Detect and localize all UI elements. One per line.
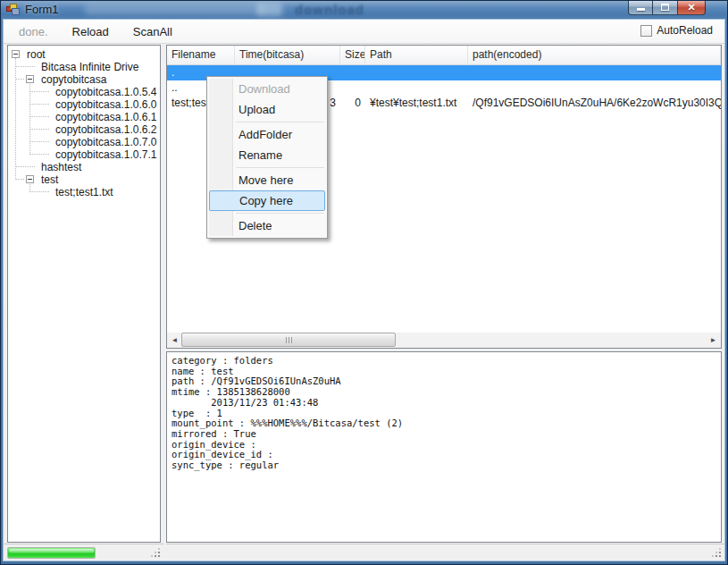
menu-item-upload[interactable]: Upload	[207, 99, 327, 120]
list-cell	[468, 80, 721, 96]
menu-item-addfolder[interactable]: AddFolder	[207, 124, 327, 145]
list-cell	[340, 80, 365, 96]
context-menu: DownloadUploadAddFolderRenameMove hereCo…	[206, 76, 328, 239]
tree-node-label[interactable]: test;test1.txt	[55, 186, 113, 198]
resize-grip[interactable]	[712, 548, 722, 558]
toolbar-item-done: done.	[19, 25, 48, 38]
details-line: category : folders	[172, 356, 716, 367]
close-button[interactable]: ✕	[678, 0, 706, 15]
tree-connector-line	[29, 91, 49, 92]
tree-collapse-icon[interactable]	[26, 75, 34, 83]
tree-connector-line	[15, 179, 24, 180]
list-cell: /Qf91vGEDSOi6IUnAsZ0uHA/6Ke2zoWcR1yu30I3…	[468, 96, 721, 111]
close-icon: ✕	[687, 1, 695, 14]
toolbar-item-reload[interactable]: Reload	[72, 25, 109, 38]
column-header-time-bitcasa[interactable]: Time(bitcasa)	[235, 46, 340, 65]
list-cell	[365, 80, 468, 96]
tree-node-copytobitcasa[interactable]: copytobitcasa	[8, 72, 160, 85]
tree-connector-line	[15, 66, 35, 67]
tree-node-test[interactable]: test	[8, 173, 160, 185]
tree-node-copytobitcasa-1-0-6-1[interactable]: copytobitcasa.1.0.6.1	[8, 110, 160, 122]
column-header-path[interactable]: Path	[365, 46, 468, 65]
menu-item-copy-here[interactable]: Copy here	[209, 190, 325, 211]
column-header-path-encoded[interactable]: path(encoded)	[468, 46, 721, 65]
tree-node-copytobitcasa-1-0-5-4[interactable]: copytobitcasa.1.0.5.4	[8, 85, 160, 97]
maximize-icon	[661, 4, 669, 11]
tree-node-label[interactable]: copytobitcasa	[41, 73, 106, 86]
statusbar-right	[166, 544, 724, 561]
tree-node-label[interactable]: root	[27, 48, 46, 61]
details-panel: category : foldersname : testpath : /Qf9…	[166, 351, 722, 543]
tree-connector-line	[15, 166, 35, 167]
app-window: Form1 download ✕ done.ReloadScanAll Auto…	[0, 0, 728, 565]
toolbar-item-scanall[interactable]: ScanAll	[133, 25, 172, 38]
autoreload-label: AutoReload	[657, 24, 713, 37]
tree-connector-line	[29, 129, 49, 130]
client-area: done.ReloadScanAll AutoReload rootBitcas…	[4, 20, 724, 561]
list-cell	[365, 65, 468, 80]
tree-node-label[interactable]: copytobitcasa.1.0.6.2	[55, 123, 156, 136]
toolbar-items: done.ReloadScanAll	[4, 20, 724, 43]
window-title: Form1	[25, 3, 59, 16]
scrollbar-thumb[interactable]	[181, 333, 396, 347]
menu-separator	[236, 167, 324, 168]
menu-item-delete[interactable]: Delete	[207, 215, 327, 236]
list-cell: ¥test¥test;test1.txt	[365, 96, 468, 111]
tree-connector-line	[29, 154, 49, 155]
toolbar: done.ReloadScanAll AutoReload	[4, 20, 724, 44]
resize-grip[interactable]	[151, 548, 161, 558]
progress-bar	[7, 547, 96, 559]
minimize-icon	[637, 8, 645, 11]
column-header-size[interactable]: Size	[340, 46, 365, 65]
tree-collapse-icon[interactable]	[26, 175, 34, 183]
autoreload-checkbox[interactable]: AutoReload	[640, 24, 713, 37]
tree-collapse-icon[interactable]	[12, 50, 20, 58]
tree-node-label[interactable]: copytobitcasa.1.0.6.1	[55, 111, 156, 123]
tree-connector-line	[29, 191, 49, 192]
scroll-right-button[interactable]: ►	[706, 333, 721, 348]
details-line: sync_type : regular	[172, 460, 716, 471]
details-line: 2013/11/23 01:43:48	[172, 398, 716, 409]
tree-node-copytobitcasa-1-0-7-0[interactable]: copytobitcasa.1.0.7.0	[8, 135, 160, 148]
tree-node-label[interactable]: hashtest	[41, 161, 81, 173]
app-icon	[6, 4, 20, 15]
tree-connector-line	[29, 116, 49, 117]
tree-connector-line	[29, 141, 49, 142]
tree-node-hashtest[interactable]: hashtest	[8, 160, 160, 173]
tree-connector-line	[29, 104, 49, 105]
menu-item-rename[interactable]: Rename	[207, 145, 327, 165]
tree-node-label[interactable]: test	[41, 173, 58, 186]
checkbox-icon[interactable]	[640, 25, 652, 37]
tree-node-bitcasa-infinite-drive[interactable]: Bitcasa Infinite Drive	[8, 60, 160, 72]
titlebar[interactable]: Form1 download ✕	[0, 0, 728, 20]
statusbar-left	[4, 544, 163, 561]
details-line: mirrored : True	[172, 429, 716, 440]
background-window-ghost	[257, 3, 282, 16]
tree-view[interactable]: rootBitcasa Infinite Drivecopytobitcasac…	[7, 45, 161, 543]
menu-item-move-here[interactable]: Move here	[207, 170, 327, 190]
list-cell	[340, 65, 365, 80]
tree-node-copytobitcasa-1-0-6-2[interactable]: copytobitcasa.1.0.6.2	[8, 122, 160, 135]
menu-item-download: Download	[207, 79, 327, 99]
list-header: FilenameTime(bitcasa)SizePathpath(encode…	[167, 46, 721, 65]
tree-node-label[interactable]: copytobitcasa.1.0.5.4	[55, 86, 156, 98]
column-header-filename[interactable]: Filename	[167, 46, 235, 65]
scroll-left-button[interactable]: ◄	[167, 333, 182, 348]
tree-node-label[interactable]: copytobitcasa.1.0.6.0	[55, 98, 156, 111]
tree-node-label[interactable]: copytobitcasa.1.0.7.0	[55, 136, 156, 148]
background-window-title-ghost: download	[295, 2, 364, 17]
maximize-button[interactable]	[653, 0, 678, 15]
list-cell: 0	[340, 96, 365, 111]
tree-node-copytobitcasa-1-0-7-1[interactable]: copytobitcasa.1.0.7.1	[8, 148, 160, 160]
horizontal-scrollbar[interactable]: ◄ ►	[167, 333, 721, 348]
list-cell	[468, 65, 721, 80]
tree-node-label[interactable]: Bitcasa Infinite Drive	[41, 61, 138, 73]
background-window-ghost	[85, 4, 264, 15]
tree-node-root[interactable]: root	[8, 47, 160, 60]
tree-node-label[interactable]: copytobitcasa.1.0.7.1	[55, 148, 156, 161]
minimize-button[interactable]	[628, 0, 653, 15]
tree-node-copytobitcasa-1-0-6-0[interactable]: copytobitcasa.1.0.6.0	[8, 97, 160, 110]
tree-node-test-test1-txt[interactable]: test;test1.txt	[8, 185, 160, 198]
menu-separator	[236, 122, 324, 122]
menu-separator	[236, 213, 324, 214]
